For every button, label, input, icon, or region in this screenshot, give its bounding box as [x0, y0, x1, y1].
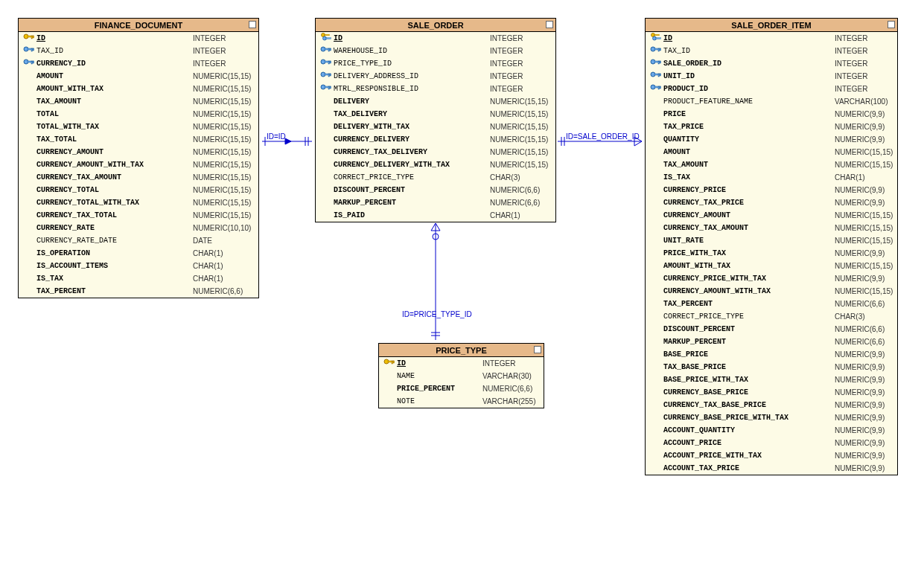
column-row[interactable]: TOTALNUMERIC(15,15): [19, 108, 258, 121]
column-row[interactable]: MARKUP_PERCENTNUMERIC(6,6): [316, 196, 555, 209]
column-row[interactable]: CURRENCY_BASE_PRICE_WITH_TAXNUMERIC(9,9): [646, 411, 897, 424]
column-row[interactable]: CURRENCY_TAX_AMOUNTNUMERIC(15,15): [19, 171, 258, 184]
pk-fk-icon: [320, 32, 332, 45]
column-row[interactable]: IDINTEGER: [646, 32, 897, 45]
column-name: ACCOUNT_TAX_PRICE: [663, 462, 835, 475]
column-row[interactable]: DISCOUNT_PERCENTNUMERIC(6,6): [646, 323, 897, 336]
minimize-icon[interactable]: [534, 346, 541, 353]
column-row[interactable]: DISCOUNT_PERCENTNUMERIC(6,6): [316, 184, 555, 196]
entity-sale-order[interactable]: SALE_ORDER IDINTEGERWAREHOUSE_IDINTEGERP…: [315, 18, 556, 222]
column-row[interactable]: DELIVERY_ADDRESS_IDINTEGER: [316, 70, 555, 83]
column-row[interactable]: TAX_PERCENTNUMERIC(6,6): [19, 285, 258, 298]
column-row[interactable]: TAX_IDINTEGER: [646, 45, 897, 57]
column-row[interactable]: PRICE_TYPE_IDINTEGER: [316, 57, 555, 70]
column-row[interactable]: PRODUCT_IDINTEGER: [646, 83, 897, 95]
column-row[interactable]: TAX_DELIVERYNUMERIC(15,15): [316, 108, 555, 121]
column-row[interactable]: CURRENCY_TAX_AMOUNTNUMERIC(15,15): [646, 222, 897, 234]
column-row[interactable]: IS_PAIDCHAR(1): [316, 209, 555, 222]
column-row[interactable]: UNIT_IDINTEGER: [646, 70, 897, 83]
column-row[interactable]: CURRENCY_PRICE_WITH_TAXNUMERIC(9,9): [646, 272, 897, 285]
column-name: TAX_DELIVERY: [334, 108, 490, 121]
column-row[interactable]: WAREHOUSE_IDINTEGER: [316, 45, 555, 57]
column-row[interactable]: CURRENCY_RATENUMERIC(10,10): [19, 222, 258, 234]
minimize-icon[interactable]: [888, 21, 895, 28]
column-row[interactable]: CURRENCY_BASE_PRICENUMERIC(9,9): [646, 386, 897, 399]
column-row[interactable]: IS_ACCOUNT_ITEMSCHAR(1): [19, 260, 258, 272]
column-row[interactable]: BASE_PRICENUMERIC(9,9): [646, 348, 897, 361]
column-row[interactable]: ACCOUNT_PRICENUMERIC(9,9): [646, 437, 897, 449]
entity-header[interactable]: SALE_ORDER: [316, 19, 555, 32]
column-row[interactable]: IS_TAXCHAR(1): [646, 171, 897, 184]
column-row[interactable]: CURRENCY_TOTAL_WITH_TAXNUMERIC(15,15): [19, 196, 258, 209]
column-row[interactable]: UNIT_RATENUMERIC(15,15): [646, 234, 897, 247]
column-row[interactable]: ACCOUNT_TAX_PRICENUMERIC(9,9): [646, 462, 897, 475]
foreign-key-icon: [650, 45, 662, 57]
column-row[interactable]: CURRENCY_RATE_DATEDATE: [19, 234, 258, 247]
column-row[interactable]: CURRENCY_AMOUNTNUMERIC(15,15): [19, 146, 258, 158]
column-row[interactable]: QUANTITYNUMERIC(9,9): [646, 133, 897, 146]
column-type: NUMERIC(6,6): [490, 196, 540, 209]
column-row[interactable]: CURRENCY_TAX_PRICENUMERIC(9,9): [646, 196, 897, 209]
column-row[interactable]: TAX_TOTALNUMERIC(15,15): [19, 133, 258, 146]
column-row[interactable]: CURRENCY_AMOUNT_WITH_TAXNUMERIC(15,15): [646, 285, 897, 298]
column-name: CORRECT_PRICE_TYPE: [663, 310, 835, 323]
column-row[interactable]: SALE_ORDER_IDINTEGER: [646, 57, 897, 70]
column-row[interactable]: AMOUNT_WITH_TAXNUMERIC(15,15): [19, 83, 258, 95]
column-icon-cell: [382, 357, 397, 370]
column-row[interactable]: BASE_PRICE_WITH_TAXNUMERIC(9,9): [646, 373, 897, 386]
entity-finance-document[interactable]: FINANCE_DOCUMENT IDINTEGERTAX_IDINTEGERC…: [18, 18, 259, 298]
column-row[interactable]: TAX_IDINTEGER: [19, 45, 258, 57]
column-row[interactable]: IDINTEGER: [316, 32, 555, 45]
column-name: UNIT_RATE: [663, 234, 835, 247]
column-row[interactable]: NAMEVARCHAR(30): [379, 370, 544, 382]
column-row[interactable]: ACCOUNT_QUANTITYNUMERIC(9,9): [646, 424, 897, 437]
column-row[interactable]: PRICE_WITH_TAXNUMERIC(9,9): [646, 247, 897, 260]
entity-header[interactable]: SALE_ORDER_ITEM: [646, 19, 897, 32]
column-row[interactable]: IDINTEGER: [379, 357, 544, 370]
column-row[interactable]: NOTEVARCHAR(255): [379, 395, 544, 408]
column-row[interactable]: TAX_BASE_PRICENUMERIC(9,9): [646, 361, 897, 373]
column-type: DATE: [193, 234, 212, 247]
column-row[interactable]: TAX_AMOUNTNUMERIC(15,15): [646, 158, 897, 171]
column-row[interactable]: AMOUNTNUMERIC(15,15): [19, 70, 258, 83]
column-row[interactable]: CURRENCY_IDINTEGER: [19, 57, 258, 70]
column-row[interactable]: PRICENUMERIC(9,9): [646, 108, 897, 121]
column-row[interactable]: AMOUNT_WITH_TAXNUMERIC(15,15): [646, 260, 897, 272]
column-row[interactable]: AMOUNTNUMERIC(15,15): [646, 146, 897, 158]
column-row[interactable]: ACCOUNT_PRICE_WITH_TAXNUMERIC(9,9): [646, 449, 897, 462]
column-row[interactable]: PRODUCT_FEATURE_NAMEVARCHAR(100): [646, 95, 897, 108]
column-row[interactable]: CURRENCY_TAX_BASE_PRICENUMERIC(9,9): [646, 399, 897, 411]
column-row[interactable]: CORRECT_PRICE_TYPECHAR(3): [316, 171, 555, 184]
column-row[interactable]: TAX_AMOUNTNUMERIC(15,15): [19, 95, 258, 108]
column-row[interactable]: CURRENCY_DELIVERY_WITH_TAXNUMERIC(15,15): [316, 158, 555, 171]
column-row[interactable]: MARKUP_PERCENTNUMERIC(6,6): [646, 336, 897, 348]
minimize-icon[interactable]: [249, 21, 256, 28]
entity-sale-order-item[interactable]: SALE_ORDER_ITEM IDINTEGERTAX_IDINTEGERSA…: [645, 18, 898, 475]
column-row[interactable]: CURRENCY_AMOUNTNUMERIC(15,15): [646, 209, 897, 222]
column-row[interactable]: MTRL_RESPONSIBLE_IDINTEGER: [316, 83, 555, 95]
column-type: INTEGER: [835, 32, 867, 45]
column-row[interactable]: TAX_PERCENTNUMERIC(6,6): [646, 298, 897, 310]
column-row[interactable]: CURRENCY_TAX_DELIVERYNUMERIC(15,15): [316, 146, 555, 158]
column-row[interactable]: DELIVERY_WITH_TAXNUMERIC(15,15): [316, 121, 555, 133]
column-row[interactable]: TAX_PRICENUMERIC(9,9): [646, 121, 897, 133]
column-row[interactable]: DELIVERYNUMERIC(15,15): [316, 95, 555, 108]
column-row[interactable]: CURRENCY_TAX_TOTALNUMERIC(15,15): [19, 209, 258, 222]
column-row[interactable]: IS_TAXCHAR(1): [19, 272, 258, 285]
column-type: VARCHAR(30): [482, 370, 532, 382]
column-row[interactable]: CURRENCY_DELIVERYNUMERIC(15,15): [316, 133, 555, 146]
column-row[interactable]: IS_OPERATIONCHAR(1): [19, 247, 258, 260]
column-row[interactable]: CURRENCY_TOTALNUMERIC(15,15): [19, 184, 258, 196]
entity-price-type[interactable]: PRICE_TYPE IDINTEGERNAMEVARCHAR(30)PRICE…: [378, 343, 544, 408]
column-row[interactable]: PRICE_PERCENTNUMERIC(6,6): [379, 382, 544, 395]
column-row[interactable]: TOTAL_WITH_TAXNUMERIC(15,15): [19, 121, 258, 133]
minimize-icon[interactable]: [546, 21, 553, 28]
entity-header[interactable]: PRICE_TYPE: [379, 344, 544, 357]
column-row[interactable]: CURRENCY_PRICENUMERIC(9,9): [646, 184, 897, 196]
column-row[interactable]: IDINTEGER: [19, 32, 258, 45]
column-type: NUMERIC(15,15): [835, 234, 893, 247]
foreign-key-icon: [650, 83, 662, 95]
column-row[interactable]: CORRECT_PRICE_TYPECHAR(3): [646, 310, 897, 323]
column-row[interactable]: CURRENCY_AMOUNT_WITH_TAXNUMERIC(15,15): [19, 158, 258, 171]
entity-header[interactable]: FINANCE_DOCUMENT: [19, 19, 258, 32]
